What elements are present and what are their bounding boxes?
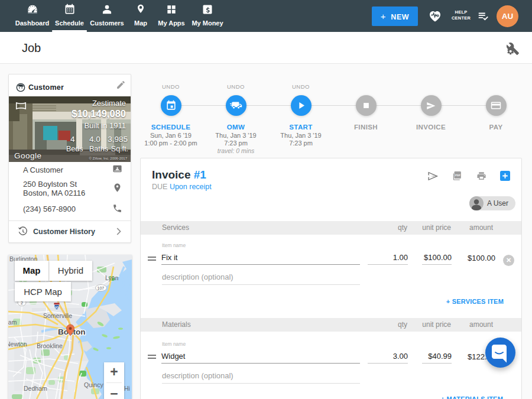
- svg-text:Dedham: Dedham: [24, 385, 47, 392]
- svg-text:93: 93: [55, 306, 59, 309]
- svg-text:Somerville: Somerville: [43, 312, 72, 319]
- svg-text:Newton: Newton: [8, 340, 27, 348]
- svg-text:Lynn: Lynn: [105, 274, 119, 281]
- svg-text:Quincy: Quincy: [84, 381, 103, 388]
- svg-text:PDF: PDF: [455, 174, 460, 177]
- svg-text:107: 107: [98, 286, 105, 290]
- svg-text:Hi: Hi: [124, 385, 130, 392]
- svg-text:ham: ham: [8, 319, 17, 326]
- svg-text:Brookline: Brookline: [37, 342, 63, 349]
